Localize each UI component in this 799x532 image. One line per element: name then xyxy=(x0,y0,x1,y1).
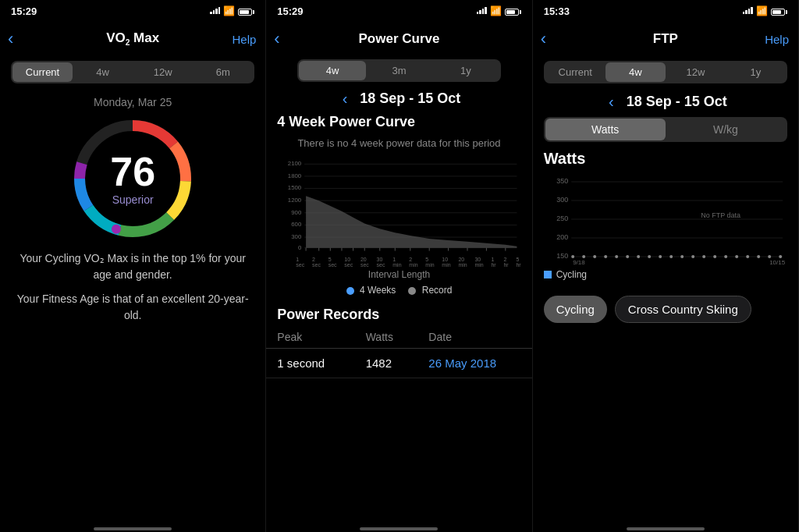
svg-point-55 xyxy=(615,255,618,258)
segment-12w-3[interactable]: 12w xyxy=(666,62,726,82)
x-label-6: 30sec xyxy=(377,257,385,268)
svg-text:1500: 1500 xyxy=(288,185,302,192)
segment-1y-3[interactable]: 1y xyxy=(726,62,786,82)
svg-point-63 xyxy=(702,255,705,258)
svg-point-54 xyxy=(604,255,607,258)
help-button-3[interactable]: Help xyxy=(765,33,789,46)
status-time-1: 15:29 xyxy=(11,5,37,17)
ftp-chart: 350 300 250 200 150 xyxy=(544,172,787,266)
svg-text:0: 0 xyxy=(298,244,302,251)
svg-text:No FTP data: No FTP data xyxy=(701,211,740,219)
ftp-chart-svg: 350 300 250 200 150 xyxy=(544,172,787,266)
x-label-5: 20sec xyxy=(360,257,369,268)
svg-text:600: 600 xyxy=(292,222,303,229)
svg-text:350: 350 xyxy=(556,177,568,185)
x-label-15: 5hr xyxy=(516,257,520,268)
status-bar-2: 15:29 📶 xyxy=(266,0,531,22)
date-prev-3[interactable]: ‹ xyxy=(604,93,619,111)
svg-point-58 xyxy=(648,255,651,258)
svg-point-67 xyxy=(746,255,749,258)
svg-text:200: 200 xyxy=(556,233,568,241)
svg-marker-25 xyxy=(306,196,517,247)
svg-text:300: 300 xyxy=(292,233,303,240)
records-table: Peak Watts Date 1 second 1482 26 May 201… xyxy=(266,326,531,378)
nav-title-2: Power Curve xyxy=(359,31,440,47)
status-bar-1: 15:29 📶 xyxy=(0,0,265,22)
ftp-chart-title: Watts xyxy=(533,148,798,172)
svg-point-64 xyxy=(713,255,716,258)
svg-point-57 xyxy=(637,255,640,258)
segment-4w-3[interactable]: 4w xyxy=(605,62,666,82)
segment-control-2: 4w 3m 1y xyxy=(297,59,500,82)
cell-date: 26 May 2018 xyxy=(417,349,531,378)
svg-point-52 xyxy=(582,255,585,258)
segment-control-1: Current 4w 12w 6m xyxy=(11,61,254,83)
svg-text:9/18: 9/18 xyxy=(573,259,585,266)
back-button-3[interactable]: ‹ xyxy=(541,30,546,48)
svg-point-60 xyxy=(669,255,673,258)
cell-peak: 1 second xyxy=(266,349,354,378)
sport-buttons: Cycling Cross Country Skiing xyxy=(533,291,798,328)
signal-icon-3 xyxy=(743,6,753,16)
home-bar-2 xyxy=(360,527,438,530)
x-label-2: 2sec xyxy=(312,257,321,268)
x-label-12: 30min xyxy=(474,257,483,268)
segment-1y-2[interactable]: 1y xyxy=(432,61,499,80)
home-indicator-1 xyxy=(0,524,265,532)
vo2-date: Monday, Mar 25 xyxy=(0,96,265,108)
home-bar-3 xyxy=(627,527,705,530)
home-indicator-2 xyxy=(266,524,531,532)
vo2-desc-2: Your Fitness Age is that of an excellent… xyxy=(0,291,265,324)
segment-4w-2[interactable]: 4w xyxy=(299,61,365,80)
svg-point-70 xyxy=(779,255,782,258)
wifi-icon-2: 📶 xyxy=(490,5,502,16)
vo2-value: 76 xyxy=(110,151,155,192)
help-button-1[interactable]: Help xyxy=(232,33,256,46)
x-label-10: 10min xyxy=(442,257,450,268)
sport-cycling-button[interactable]: Cycling xyxy=(544,296,607,323)
svg-text:900: 900 xyxy=(292,209,303,216)
segment-6m-1[interactable]: 6m xyxy=(193,62,253,82)
x-label-11: 20min xyxy=(458,257,467,268)
back-button-1[interactable]: ‹ xyxy=(8,30,13,48)
toggle-watts[interactable]: Watts xyxy=(545,119,666,140)
svg-point-56 xyxy=(626,255,629,258)
svg-text:10/15: 10/15 xyxy=(769,259,786,266)
svg-point-65 xyxy=(724,255,727,258)
toggle-wkg[interactable]: W/kg xyxy=(666,119,786,140)
battery-icon-2 xyxy=(505,6,521,16)
ftp-toggle: Watts W/kg xyxy=(544,117,787,142)
x-label-4: 10sec xyxy=(344,257,353,268)
status-bar-3: 15:33 📶 xyxy=(533,0,798,22)
signal-icon-1 xyxy=(210,6,220,16)
power-curve-title: 4 Week Power Curve xyxy=(266,111,531,132)
col-date: Date xyxy=(417,326,531,349)
nav-title-3: FTP xyxy=(653,31,678,47)
home-bar-1 xyxy=(94,527,172,530)
nav-bar-1: ‹ VO2 Max Help xyxy=(0,22,265,56)
segment-control-3: Current 4w 12w 1y xyxy=(544,61,787,83)
svg-point-59 xyxy=(659,255,662,258)
svg-text:1800: 1800 xyxy=(288,172,302,179)
svg-point-69 xyxy=(768,255,771,258)
x-label-9: 5min xyxy=(425,257,434,268)
sport-cross-country-button[interactable]: Cross Country Skiing xyxy=(615,296,751,323)
svg-point-62 xyxy=(691,255,694,258)
back-button-2[interactable]: ‹ xyxy=(274,30,279,48)
x-label-8: 2min xyxy=(409,257,417,268)
legend-weeks: 4 Weeks xyxy=(346,285,396,296)
x-label-7: 1min xyxy=(392,257,401,268)
nav-bar-3: ‹ FTP Help xyxy=(533,22,798,56)
table-header-row: Peak Watts Date xyxy=(266,326,531,349)
vo2-label: Superior xyxy=(112,193,154,206)
segment-3m-2[interactable]: 3m xyxy=(366,61,432,80)
segment-4w-1[interactable]: 4w xyxy=(73,62,133,82)
power-curve-chart: 2100 1800 1500 1200 900 600 300 0 xyxy=(277,155,520,257)
wifi-icon-1: 📶 xyxy=(223,5,235,16)
date-range-3: 18 Sep - 15 Oct xyxy=(627,94,727,110)
segment-current-1[interactable]: Current xyxy=(12,62,73,82)
segment-current-3[interactable]: Current xyxy=(545,62,605,82)
table-row: 1 second 1482 26 May 2018 xyxy=(266,349,531,378)
date-prev-2[interactable]: ‹ xyxy=(338,90,353,108)
segment-12w-1[interactable]: 12w xyxy=(133,62,193,82)
